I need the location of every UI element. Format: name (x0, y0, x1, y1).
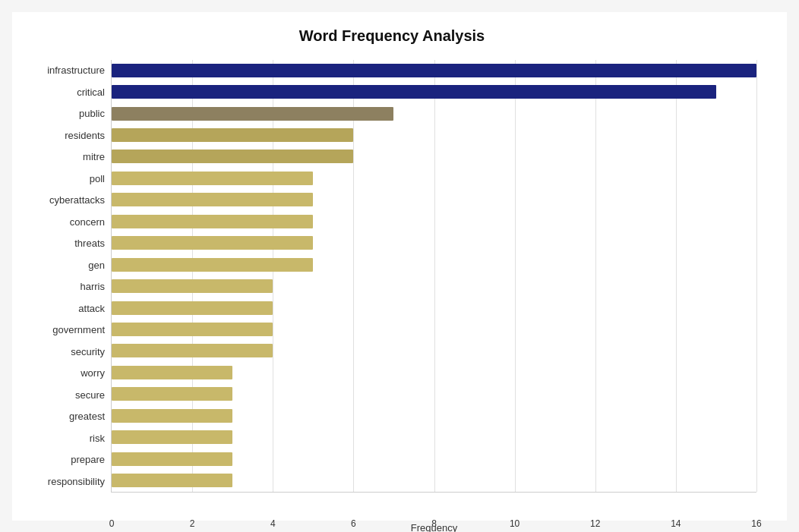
bar-row-residents (112, 127, 756, 143)
bar-row-worry (112, 364, 756, 381)
y-label-infrastructure: infrastructure (27, 61, 105, 80)
bar-row-prepare (112, 451, 756, 467)
chart-container: Word Frequency Analysis infrastructurecr… (12, 12, 787, 521)
y-label-attack: attack (27, 298, 105, 318)
bar-residents (112, 128, 353, 142)
y-label-responsibility: responsibility (27, 471, 105, 491)
bar-prepare (112, 452, 232, 466)
y-label-mitre: mitre (27, 147, 105, 167)
bar-row-attack (112, 300, 756, 316)
bar-greatest (112, 409, 232, 423)
bar-government (112, 323, 273, 336)
bar-public (112, 107, 393, 121)
bar-responsibility (112, 474, 232, 487)
x-axis-label: Frequency (411, 522, 457, 533)
y-label-security: security (27, 342, 105, 361)
bar-row-critical (112, 83, 756, 100)
x-tick-12: 12 (588, 518, 603, 529)
bar-row-risk (112, 429, 756, 445)
bar-row-security (112, 342, 756, 359)
bar-poll (112, 172, 313, 185)
bar-mitre (112, 150, 353, 163)
bar-row-greatest (112, 408, 756, 424)
x-tick-16: 16 (749, 518, 764, 529)
x-tick-4: 4 (265, 518, 280, 529)
bar-infrastructure (112, 64, 756, 77)
y-label-harris: harris (27, 277, 105, 297)
x-tick-2: 2 (185, 518, 200, 529)
bar-security (112, 344, 273, 357)
x-tick-10: 10 (507, 518, 523, 529)
bar-attack (112, 301, 273, 315)
y-label-threats: threats (27, 234, 105, 253)
bar-critical (112, 85, 716, 99)
y-label-greatest: greatest (27, 407, 105, 427)
chart-title: Word Frequency Analysis (27, 27, 756, 45)
y-label-critical: critical (27, 82, 105, 102)
x-tick-0: 0 (104, 518, 119, 529)
chart-area: infrastructurecriticalpublicresidentsmit… (27, 60, 756, 493)
y-label-concern: concern (27, 212, 105, 231)
bar-row-mitre (112, 148, 756, 165)
bar-row-cyberattacks (112, 191, 756, 208)
bar-threats (112, 236, 313, 250)
bar-risk (112, 430, 232, 444)
bar-row-poll (112, 170, 756, 187)
bar-worry (112, 366, 232, 379)
bar-row-harris (112, 278, 756, 294)
bar-concern (112, 215, 313, 228)
y-axis: infrastructurecriticalpublicresidentsmit… (27, 60, 111, 493)
y-label-worry: worry (27, 364, 105, 383)
bar-secure (112, 387, 232, 401)
x-tick-6: 6 (346, 518, 361, 529)
bars-area: 0246810121416 Frequency (111, 60, 756, 493)
bar-row-gen (112, 257, 756, 273)
y-label-cyberattacks: cyberattacks (27, 190, 105, 210)
bar-row-concern (112, 213, 756, 230)
bar-cyberattacks (112, 193, 313, 206)
bar-row-government (112, 321, 756, 338)
y-label-government: government (27, 320, 105, 340)
bar-gen (112, 258, 313, 272)
bar-row-secure (112, 386, 756, 402)
bar-harris (112, 279, 273, 293)
y-label-residents: residents (27, 125, 105, 145)
bar-row-infrastructure (112, 62, 756, 79)
y-label-risk: risk (27, 428, 105, 448)
bars-inner (112, 60, 756, 492)
y-label-secure: secure (27, 385, 105, 405)
bar-row-threats (112, 235, 756, 251)
x-tick-14: 14 (668, 518, 684, 529)
bar-row-public (112, 105, 756, 122)
y-label-gen: gen (27, 255, 105, 275)
y-label-prepare: prepare (27, 450, 105, 470)
grid-line-16 (756, 60, 757, 492)
y-label-public: public (27, 104, 105, 124)
y-label-poll: poll (27, 168, 105, 188)
bar-row-responsibility (112, 472, 756, 489)
